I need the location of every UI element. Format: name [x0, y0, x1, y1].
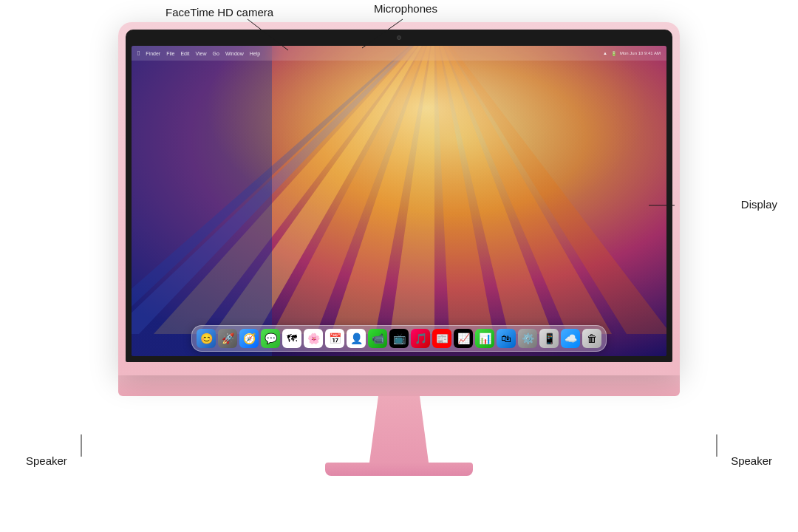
- dock: 😊 🚀 🧭 💬 🗺 🌸 📅 👤 📹 📺 🎵 📰: [191, 325, 607, 352]
- camera-dot: [397, 35, 401, 40]
- dock-maps: 🗺: [282, 329, 301, 348]
- clock: Mon Jun 10 9:41 AM: [620, 51, 661, 55]
- dock-calendar: 📅: [325, 329, 344, 348]
- dock-iphone: 📱: [539, 329, 559, 348]
- menu-finder: Finder: [146, 51, 160, 56]
- dock-numbers: 📊: [475, 329, 494, 348]
- dock-messages: 💬: [261, 329, 280, 348]
- monitor-stand-neck: [369, 396, 429, 463]
- dock-trash: 🗑: [582, 329, 601, 348]
- screen-bezel:  Finder File Edit View Go Window Help ▲…: [126, 30, 672, 362]
- svg-rect-20: [132, 46, 666, 356]
- dock-launchpad: 🚀: [218, 329, 237, 348]
- dock-music: 🎵: [411, 329, 430, 348]
- wifi-icon: ▲: [603, 51, 607, 55]
- dock-finder: 😊: [197, 329, 216, 348]
- dock-settings: ⚙️: [518, 329, 537, 348]
- menu-view: View: [195, 51, 206, 56]
- dock-appletv: 📺: [389, 329, 409, 348]
- dock-facetime: 📹: [368, 329, 387, 348]
- menu-edit: Edit: [180, 51, 189, 56]
- menu-window: Window: [225, 51, 244, 56]
- menu-bar-right: ▲ 🔋 Mon Jun 10 9:41 AM: [603, 51, 661, 56]
- apple-menu-icon: : [137, 50, 140, 57]
- imac-illustration:  Finder File Edit View Go Window Help ▲…: [111, 22, 687, 476]
- menu-bar-left:  Finder File Edit View Go Window Help: [137, 50, 596, 57]
- screen:  Finder File Edit View Go Window Help ▲…: [132, 46, 666, 356]
- dock-icloud: ☁️: [561, 329, 580, 348]
- menu-bar:  Finder File Edit View Go Window Help ▲…: [132, 46, 666, 61]
- speaker-right-label: Speaker: [731, 454, 772, 467]
- monitor-stand-base: [325, 463, 473, 476]
- dock-contacts: 👤: [347, 329, 366, 348]
- menu-help: Help: [250, 51, 260, 56]
- microphones-label: Microphones: [374, 2, 437, 15]
- display-label: Display: [741, 198, 777, 211]
- monitor-body:  Finder File Edit View Go Window Help ▲…: [118, 22, 680, 375]
- battery-icon: 🔋: [611, 51, 616, 56]
- dock-photos: 🌸: [304, 329, 323, 348]
- menu-go: Go: [213, 51, 219, 56]
- monitor-chin: [118, 375, 680, 396]
- dock-container: 😊 🚀 🧭 💬 🗺 🌸 📅 👤 📹 📺 🎵 📰: [191, 325, 607, 352]
- facetime-camera-label: FaceTime HD camera: [166, 6, 273, 18]
- menu-file: File: [166, 51, 174, 56]
- dock-stocks: 📈: [454, 329, 473, 348]
- dock-safari: 🧭: [239, 329, 259, 348]
- dock-news: 📰: [432, 329, 451, 348]
- speaker-left-label: Speaker: [26, 454, 67, 467]
- wallpaper:  Finder File Edit View Go Window Help ▲…: [132, 46, 666, 356]
- dock-appstore: 🛍: [497, 329, 516, 348]
